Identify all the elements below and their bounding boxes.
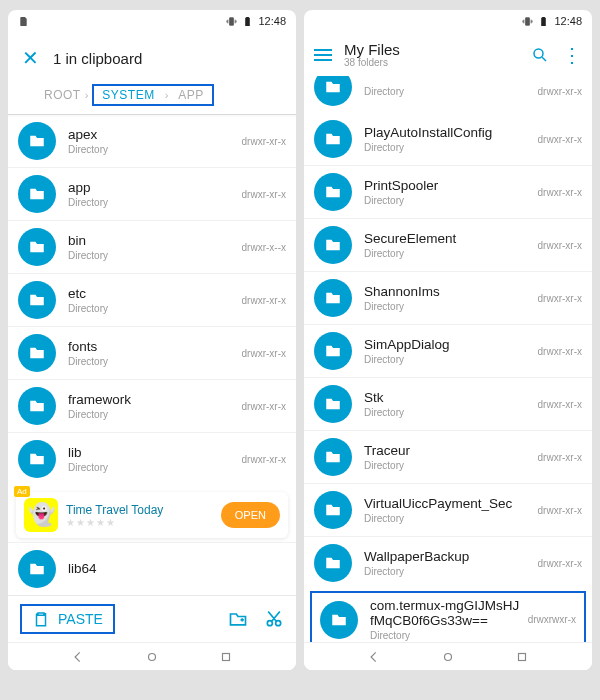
folder-icon <box>314 332 352 370</box>
folder-sub: Directory <box>364 142 532 153</box>
folder-sub: Directory <box>364 301 532 312</box>
folder-name: lib <box>68 445 236 460</box>
nav-bar <box>8 642 296 670</box>
folder-sub: Directory <box>68 144 236 155</box>
nav-home-icon[interactable] <box>145 650 159 664</box>
folder-sub: Directory <box>364 354 532 365</box>
folder-sub: Directory <box>364 460 532 471</box>
header-subtitle: 38 folders <box>344 57 400 68</box>
nav-back-icon[interactable] <box>71 650 85 664</box>
folder-perm: drwxrwxr-x <box>522 614 576 625</box>
folder-perm: drwxr-xr-x <box>236 401 286 412</box>
list-item[interactable]: fontsDirectorydrwxr-xr-x <box>8 326 296 379</box>
list-item[interactable]: ShannonImsDirectorydrwxr-xr-x <box>304 271 592 324</box>
folder-icon <box>18 175 56 213</box>
folder-icon <box>18 440 56 478</box>
nav-home-icon[interactable] <box>441 650 455 664</box>
svg-rect-1 <box>223 653 230 660</box>
folder-name: WallpaperBackup <box>364 549 532 564</box>
folder-name: SimAppDialog <box>364 337 532 352</box>
list-item[interactable]: apexDirectorydrwxr-xr-x <box>8 115 296 167</box>
sim-icon <box>18 16 29 27</box>
list-item-highlight[interactable]: com.termux-mgGIJMsHJfMqCB0f6Gs33w== Dire… <box>310 591 586 642</box>
folder-icon <box>18 281 56 319</box>
ad-card[interactable]: Ad 👻 Time Travel Today ★★★★★ OPEN <box>16 492 288 538</box>
folder-icon <box>314 491 352 529</box>
folder-sub: Directory <box>364 513 532 524</box>
folder-icon <box>314 279 352 317</box>
folder-perm: drwxr-xr-x <box>236 454 286 465</box>
folder-perm: drwxr-xr-x <box>532 86 582 97</box>
header-title: 1 in clipboard <box>53 50 142 67</box>
status-time: 12:48 <box>554 15 582 27</box>
folder-name: fonts <box>68 339 236 354</box>
list-item[interactable]: etcDirectorydrwxr-xr-x <box>8 273 296 326</box>
folder-list[interactable]: Directory drwxr-xr-x PlayAutoInstallConf… <box>304 76 592 642</box>
crumb-root[interactable]: ROOT <box>44 88 81 102</box>
list-item[interactable]: WallpaperBackupDirectorydrwxr-xr-x <box>304 536 592 589</box>
header: My Files 38 folders ⋮ <box>304 32 592 76</box>
folder-sub: Directory <box>68 356 236 367</box>
list-item[interactable]: SecureElementDirectorydrwxr-xr-x <box>304 218 592 271</box>
folder-name: ShannonIms <box>364 284 532 299</box>
crumb-system[interactable]: SYSTEM <box>102 88 154 102</box>
more-icon[interactable]: ⋮ <box>562 45 582 65</box>
folder-perm: drwxr-xr-x <box>532 134 582 145</box>
header-title: My Files <box>344 42 400 57</box>
ad-badge: Ad <box>14 486 30 497</box>
battery-icon <box>242 16 253 27</box>
ad-open-button[interactable]: OPEN <box>221 502 280 528</box>
folder-perm: drwxr-xr-x <box>532 452 582 463</box>
new-folder-icon[interactable] <box>228 609 248 629</box>
folder-perm: drwxr-x--x <box>236 242 286 253</box>
search-icon[interactable] <box>530 45 550 65</box>
folder-sub: Directory <box>68 250 236 261</box>
status-bar: 12:48 <box>8 10 296 32</box>
phone-left: 12:48 ✕ 1 in clipboard ROOT › SYSTEM › A… <box>8 10 296 670</box>
clipboard-icon <box>32 610 50 628</box>
folder-sub: Directory <box>364 566 532 577</box>
crumb-app[interactable]: APP <box>178 88 204 102</box>
folder-perm: drwxr-xr-x <box>532 293 582 304</box>
ad-title: Time Travel Today <box>66 503 213 517</box>
folder-list[interactable]: apexDirectorydrwxr-xr-xappDirectorydrwxr… <box>8 115 296 488</box>
list-item[interactable]: libDirectorydrwxr-xr-x <box>8 432 296 485</box>
folder-perm: drwxr-xr-x <box>236 136 286 147</box>
folder-icon <box>314 76 352 106</box>
folder-sub: Directory <box>364 407 532 418</box>
list-item[interactable]: TraceurDirectorydrwxr-xr-x <box>304 430 592 483</box>
list-item[interactable]: binDirectorydrwxr-x--x <box>8 220 296 273</box>
folder-icon <box>18 387 56 425</box>
cut-icon[interactable] <box>264 609 284 629</box>
vibrate-icon <box>226 16 237 27</box>
folder-name: framework <box>68 392 236 407</box>
phone-right: 12:48 My Files 38 folders ⋮ Directory dr… <box>304 10 592 670</box>
list-item[interactable]: lib64 <box>8 542 296 595</box>
list-item[interactable]: PlayAutoInstallConfigDirectorydrwxr-xr-x <box>304 113 592 165</box>
folder-perm: drwxr-xr-x <box>236 348 286 359</box>
folder-icon <box>18 550 56 588</box>
folder-name: SecureElement <box>364 231 532 246</box>
nav-bar <box>304 642 592 670</box>
list-item[interactable]: appDirectorydrwxr-xr-x <box>8 167 296 220</box>
menu-icon[interactable] <box>314 49 332 61</box>
folder-name: apex <box>68 127 236 142</box>
svg-rect-4 <box>519 653 526 660</box>
list-item[interactable]: PrintSpoolerDirectorydrwxr-xr-x <box>304 165 592 218</box>
folder-sub: Directory <box>370 630 522 641</box>
nav-recent-icon[interactable] <box>515 650 529 664</box>
list-item[interactable]: frameworkDirectorydrwxr-xr-x <box>8 379 296 432</box>
folder-icon <box>314 120 352 158</box>
list-item[interactable]: StkDirectorydrwxr-xr-x <box>304 377 592 430</box>
list-item[interactable]: Directory drwxr-xr-x <box>304 76 592 113</box>
folder-name: VirtualUiccPayment_Sec <box>364 496 532 511</box>
svg-point-3 <box>445 653 452 660</box>
battery-icon <box>538 16 549 27</box>
list-item[interactable]: VirtualUiccPayment_SecDirectorydrwxr-xr-… <box>304 483 592 536</box>
close-icon[interactable]: ✕ <box>22 46 39 70</box>
folder-name: lib64 <box>68 561 286 576</box>
paste-button[interactable]: PASTE <box>20 604 115 634</box>
list-item[interactable]: SimAppDialogDirectorydrwxr-xr-x <box>304 324 592 377</box>
nav-back-icon[interactable] <box>367 650 381 664</box>
nav-recent-icon[interactable] <box>219 650 233 664</box>
